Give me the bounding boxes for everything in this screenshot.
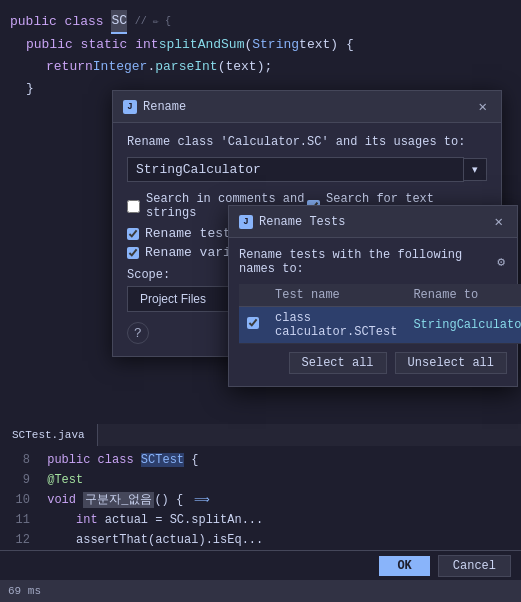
rename-tests-title: Rename Tests	[259, 215, 345, 229]
search-comments-checkbox[interactable]	[127, 200, 140, 213]
cancel-button[interactable]: Cancel	[438, 555, 511, 577]
ok-button[interactable]: OK	[379, 556, 429, 576]
sctest-line-8: 8 public class SCTest {	[6, 450, 515, 470]
rename-tests-title-bar: J Rename Tests ✕	[229, 206, 517, 238]
sctest-method-name: 구분자_없음	[83, 492, 154, 508]
rename-vars-checkbox[interactable]	[127, 247, 139, 259]
method-icon: ⟹	[194, 494, 210, 506]
gear-icon[interactable]: ⚙	[495, 252, 507, 272]
rename-dialog-title: Rename	[143, 100, 186, 114]
status-bar: 69 ms	[0, 580, 521, 602]
select-all-button[interactable]: Select all	[289, 352, 387, 374]
table-cell-test-name: class calculator.SCTest	[267, 307, 405, 344]
unselect-all-button[interactable]: Unselect all	[395, 352, 507, 374]
rename-tests-dialog: J Rename Tests ✕ Rename tests with the f…	[228, 205, 518, 387]
rename-dialog-close[interactable]: ✕	[475, 96, 491, 117]
table-cell-rename-to: StringCalculatorTest	[405, 307, 521, 344]
sctest-code: 8 public class SCTest { 9 @Test 10 void …	[0, 446, 521, 554]
rename-tests-close[interactable]: ✕	[491, 211, 507, 232]
table-col-checkbox	[239, 284, 267, 307]
sctest-line-12: 12 assertThat(actual).isEq...	[6, 530, 515, 550]
rename-tests-body: Rename tests with the following names to…	[229, 238, 517, 386]
rename-input-dropdown[interactable]: ▾	[464, 158, 487, 181]
rename-tests-label: Rename tests	[145, 226, 239, 241]
class-name-sc: SC	[111, 10, 127, 34]
code-line-1: public class SC // ✏ {	[6, 10, 515, 34]
rename-tests-btn-row: Select all Unselect all	[239, 352, 507, 374]
code-icons: // ✏ {	[135, 11, 171, 33]
sctest-line-10: 10 void 구분자_없음() { ⟹	[6, 490, 515, 510]
table-col-rename-to: Rename to	[405, 284, 521, 307]
code-line-3: return Integer.parseInt(text);	[6, 56, 515, 78]
rename-tests-header-text: Rename tests with the following names to…	[239, 248, 495, 276]
table-row[interactable]: class calculator.SCTest StringCalculator…	[239, 307, 521, 344]
rename-tests-checkbox[interactable]	[127, 228, 139, 240]
rename-tests-icon: J	[239, 215, 253, 229]
sctest-line-11: 11 int actual = SC.splitAn...	[6, 510, 515, 530]
rename-input[interactable]	[127, 157, 464, 182]
table-cell-checkbox	[239, 307, 267, 344]
ok-cancel-row: OK Cancel	[0, 550, 521, 580]
sctest-tab[interactable]: SCTest.java	[0, 424, 98, 446]
rename-dialog-title-bar: J Rename ✕	[113, 91, 501, 123]
status-text: 69 ms	[8, 585, 41, 597]
sctest-line-9: 9 @Test	[6, 470, 515, 490]
row-checkbox[interactable]	[247, 317, 259, 329]
rename-input-row: ▾	[127, 157, 487, 182]
rename-dialog-icon: J	[123, 100, 137, 114]
rename-tests-table: Test name Rename to class calculator.SCT…	[239, 284, 521, 344]
sctest-class-name: SCTest	[141, 453, 184, 467]
keyword-public-class: public class	[10, 11, 104, 33]
table-col-test-name: Test name	[267, 284, 405, 307]
rename-tests-option: Rename tests	[127, 226, 239, 241]
sctest-file-panel: SCTest.java 8 public class SCTest { 9 @T…	[0, 420, 521, 550]
table-header-row: Test name Rename to	[239, 284, 521, 307]
rename-dialog-label: Rename class 'Calculator.SC' and its usa…	[127, 135, 487, 149]
sctest-tab-bar: SCTest.java	[0, 424, 521, 446]
code-line-2: public static int splitAndSum(String tex…	[6, 34, 515, 56]
help-button[interactable]: ?	[127, 322, 149, 344]
rename-tests-header-row: Rename tests with the following names to…	[239, 248, 507, 276]
